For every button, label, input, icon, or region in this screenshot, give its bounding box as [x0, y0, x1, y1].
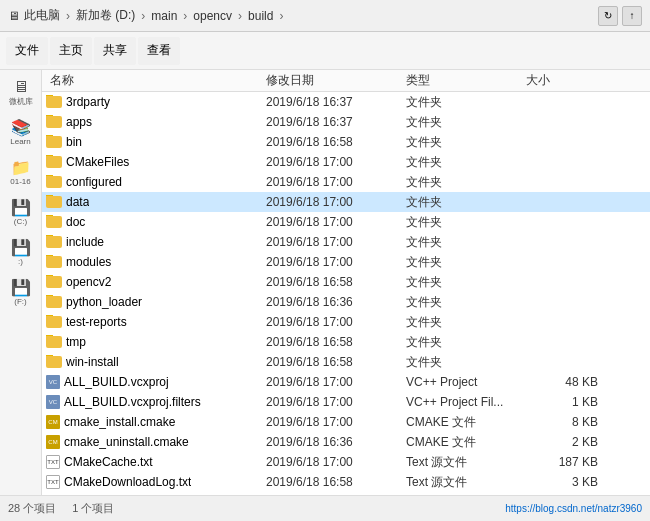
file-name-cell: CMakeFiles	[46, 155, 266, 169]
toolbar-home[interactable]: 主页	[50, 37, 92, 65]
file-date: 2019/6/18 17:00	[266, 215, 406, 229]
folder-icon	[46, 116, 62, 128]
up-button[interactable]: ↑	[622, 6, 642, 26]
folder-icon	[46, 96, 62, 108]
file-date: 2019/6/18 16:36	[266, 435, 406, 449]
file-date: 2019/6/18 17:00	[266, 455, 406, 469]
col-header-size[interactable]: 大小	[526, 72, 606, 89]
sidebar: 🖥 微机库 📚 Learn 📁 01-16 💾 (C:) 💾 :) 💾 (F:)	[0, 70, 42, 495]
sidebar-item-weijiku[interactable]: 🖥 微机库	[3, 74, 39, 110]
breadcrumb-main[interactable]: main	[151, 9, 177, 23]
toolbar-share[interactable]: 共享	[94, 37, 136, 65]
file-date: 2019/6/18 16:37	[266, 115, 406, 129]
breadcrumb-opencv[interactable]: opencv	[193, 9, 232, 23]
file-type: Text 源文件	[406, 454, 526, 471]
file-name-text: CMakeCache.txt	[64, 455, 153, 469]
breadcrumb-build[interactable]: build	[248, 9, 273, 23]
table-row[interactable]: tmp 2019/6/18 16:58 文件夹	[42, 332, 650, 352]
breadcrumb-drive[interactable]: 新加卷 (D:)	[76, 7, 135, 24]
file-name-cell: opencv2	[46, 275, 266, 289]
table-row[interactable]: CMakeFiles 2019/6/18 17:00 文件夹	[42, 152, 650, 172]
text-icon: TXT	[46, 475, 60, 489]
table-row[interactable]: configured 2019/6/18 17:00 文件夹	[42, 172, 650, 192]
table-row[interactable]: TXT CMakeDownloadLog.txt 2019/6/18 16:58…	[42, 472, 650, 492]
file-size: 48 KB	[526, 375, 606, 389]
table-row[interactable]: include 2019/6/18 17:00 文件夹	[42, 232, 650, 252]
file-date: 2019/6/18 17:00	[266, 255, 406, 269]
file-name-text: modules	[66, 255, 111, 269]
file-date: 2019/6/18 17:00	[266, 315, 406, 329]
file-size: 8 KB	[526, 415, 606, 429]
file-size: 3 KB	[526, 475, 606, 489]
file-type: Text 源文件	[406, 474, 526, 491]
vcxproj-icon: VC	[46, 375, 60, 389]
file-name-text: ALL_BUILD.vcxproj.filters	[64, 395, 201, 409]
file-type: VC++ Project	[406, 375, 526, 389]
sidebar-item-cdrive[interactable]: 💾 (C:)	[3, 194, 39, 230]
toolbar-file[interactable]: 文件	[6, 37, 48, 65]
file-name-cell: VC ALL_BUILD.vcxproj	[46, 375, 266, 389]
sidebar-item-fdrive[interactable]: 💾 (F:)	[3, 274, 39, 310]
table-row[interactable]: CM cmake_uninstall.cmake 2019/6/18 16:36…	[42, 432, 650, 452]
table-row[interactable]: data 2019/6/18 17:00 文件夹	[42, 192, 650, 212]
table-row[interactable]: test-reports 2019/6/18 17:00 文件夹	[42, 312, 650, 332]
table-row[interactable]: doc 2019/6/18 17:00 文件夹	[42, 212, 650, 232]
table-row[interactable]: TXT CMakeCache.txt 2019/6/18 17:00 Text …	[42, 452, 650, 472]
table-row[interactable]: VC ALL_BUILD.vcxproj.filters 2019/6/18 1…	[42, 392, 650, 412]
file-name-cell: tmp	[46, 335, 266, 349]
table-row[interactable]: win-install 2019/6/18 16:58 文件夹	[42, 352, 650, 372]
file-date: 2019/6/18 16:58	[266, 135, 406, 149]
file-date: 2019/6/18 16:58	[266, 275, 406, 289]
file-name-cell: 3rdparty	[46, 95, 266, 109]
file-type: Text 源文件	[406, 494, 526, 496]
file-name-text: 3rdparty	[66, 95, 110, 109]
file-name-cell: win-install	[46, 355, 266, 369]
folder-icon	[46, 336, 62, 348]
table-row[interactable]: python_loader 2019/6/18 16:36 文件夹	[42, 292, 650, 312]
file-name-text: ALL_BUILD.vcxproj	[64, 375, 169, 389]
sidebar-item-0116[interactable]: 📁 01-16	[3, 154, 39, 190]
file-type: 文件夹	[406, 214, 526, 231]
col-header-date[interactable]: 修改日期	[266, 72, 406, 89]
folder-icon	[46, 236, 62, 248]
table-row[interactable]: 3rdparty 2019/6/18 16:37 文件夹	[42, 92, 650, 112]
title-bar-controls: ↻ ↑	[598, 6, 642, 26]
file-date: 2019/6/18 17:00	[266, 195, 406, 209]
file-name-text: cmake_install.cmake	[64, 415, 175, 429]
file-name-text: data	[66, 195, 89, 209]
file-date: 2019/6/18 17:00	[266, 415, 406, 429]
file-name-text: test-reports	[66, 315, 127, 329]
file-name-text: include	[66, 235, 104, 249]
refresh-button[interactable]: ↻	[598, 6, 618, 26]
folder-icon	[46, 356, 62, 368]
file-name-text: opencv2	[66, 275, 111, 289]
folder-icon	[46, 176, 62, 188]
breadcrumb-computer[interactable]: 此电脑	[24, 7, 60, 24]
file-type: CMAKE 文件	[406, 414, 526, 431]
file-date: 2019/6/18 17:00	[266, 235, 406, 249]
table-row[interactable]: bin 2019/6/18 16:58 文件夹	[42, 132, 650, 152]
file-type: CMAKE 文件	[406, 434, 526, 451]
file-name-cell: TXT CMakeCache.txt	[46, 455, 266, 469]
toolbar-view[interactable]: 查看	[138, 37, 180, 65]
sidebar-item-learn[interactable]: 📚 Learn	[3, 114, 39, 150]
table-row[interactable]: modules 2019/6/18 17:00 文件夹	[42, 252, 650, 272]
file-name-cell: apps	[46, 115, 266, 129]
table-row[interactable]: opencv2 2019/6/18 16:58 文件夹	[42, 272, 650, 292]
status-selected: 1 个项目	[72, 501, 114, 516]
table-row[interactable]: TXT CMakeLists.txt 2019/6/18 16:58 Text …	[42, 492, 650, 495]
file-type: 文件夹	[406, 294, 526, 311]
table-row[interactable]: CM cmake_install.cmake 2019/6/18 17:00 C…	[42, 412, 650, 432]
sidebar-item-smile[interactable]: 💾 :)	[3, 234, 39, 270]
file-name-cell: TXT CMakeDownloadLog.txt	[46, 475, 266, 489]
file-name-cell: VC ALL_BUILD.vcxproj.filters	[46, 395, 266, 409]
file-name-cell: modules	[46, 255, 266, 269]
file-type: 文件夹	[406, 114, 526, 131]
table-row[interactable]: VC ALL_BUILD.vcxproj 2019/6/18 17:00 VC+…	[42, 372, 650, 392]
table-row[interactable]: apps 2019/6/18 16:37 文件夹	[42, 112, 650, 132]
file-name-cell: CM cmake_uninstall.cmake	[46, 435, 266, 449]
col-header-type[interactable]: 类型	[406, 72, 526, 89]
cmake-icon: CM	[46, 415, 60, 429]
file-date: 2019/6/18 16:36	[266, 295, 406, 309]
col-header-name[interactable]: 名称	[46, 72, 266, 89]
